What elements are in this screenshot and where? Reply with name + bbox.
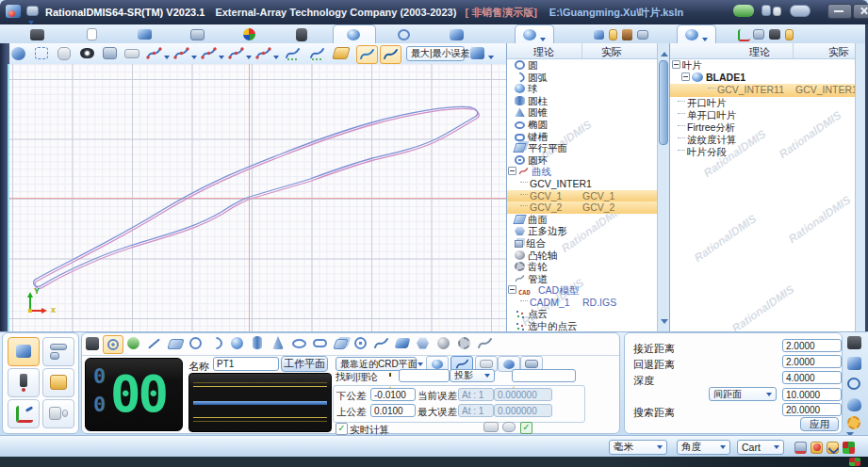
quick-menu-icon[interactable]: [26, 6, 39, 16]
tree-item-torus[interactable]: 圆环: [507, 154, 657, 167]
remote-control-icon[interactable]: [790, 5, 811, 17]
fit-view-icon[interactable]: [11, 47, 25, 60]
edit-feature-icon[interactable]: [483, 422, 499, 432]
tree-item-arc[interactable]: 圆弧: [507, 72, 657, 84]
curve-section-arrow-icon[interactable]: [273, 56, 279, 62]
pan-hand-icon[interactable]: [57, 47, 71, 60]
found-input[interactable]: [399, 369, 450, 382]
tree-item-sphere[interactable]: 球: [507, 83, 657, 95]
tab-axes-icon[interactable]: [738, 29, 750, 41]
tab-tolerance-icon[interactable]: [622, 29, 632, 40]
pipe-tool-icon[interactable]: [477, 336, 493, 351]
depth-input[interactable]: [782, 371, 842, 384]
camshaft-tool-icon[interactable]: [437, 337, 450, 349]
settings-gear-icon[interactable]: [847, 416, 860, 429]
tree-item-gcv-2[interactable]: GCV_2GCV_2: [507, 201, 657, 214]
monitor-right-icon[interactable]: [773, 7, 781, 16]
slot-tool-icon[interactable]: [313, 339, 327, 347]
tab-solids-icon[interactable]: [594, 30, 604, 40]
gear-tool-icon[interactable]: [458, 337, 470, 349]
lower-tol-input[interactable]: [370, 388, 416, 401]
deviation-settings-arrow-icon[interactable]: [488, 56, 494, 62]
select-window-icon[interactable]: [103, 47, 117, 59]
tree-item-selected-pointcloud[interactable]: 选中的点云: [507, 320, 657, 331]
probe-small-icon[interactable]: [847, 398, 861, 411]
tab-table-icon[interactable]: [138, 29, 152, 40]
deviation-settings-icon[interactable]: [470, 47, 484, 59]
tab-caliper-icon[interactable]: [785, 29, 794, 40]
tab-camera-icon[interactable]: [769, 29, 780, 40]
caliper-mode-button[interactable]: [42, 337, 74, 366]
ellipse-tool-icon[interactable]: [292, 339, 306, 348]
controller-status-icon[interactable]: [733, 5, 754, 17]
scroll-down-icon[interactable]: [661, 319, 668, 328]
tab-file-icon[interactable]: [30, 29, 44, 40]
curve-create-arrow-icon[interactable]: [191, 56, 197, 62]
curve-project-arrow-icon[interactable]: [246, 56, 252, 62]
gdt-mode-button[interactable]: [42, 368, 74, 397]
tab-gauge-icon[interactable]: [398, 29, 410, 40]
probe-cube-tool-icon[interactable]: [847, 357, 861, 370]
close-button[interactable]: [853, 4, 868, 19]
units-select[interactable]: 毫米: [609, 440, 667, 455]
tree-item-pipe[interactable]: 管道: [507, 273, 657, 285]
minimize-button[interactable]: [827, 4, 852, 19]
collapse-icon[interactable]: [508, 167, 516, 175]
profile-knife-active[interactable]: [380, 45, 401, 64]
confirm-icon[interactable]: ✓: [520, 422, 532, 434]
scroll-up-icon[interactable]: [661, 48, 668, 56]
tree-item-camshaft[interactable]: 凸轮轴: [507, 250, 657, 262]
curve-points-icon[interactable]: [146, 46, 162, 61]
tree-item-blade-group[interactable]: 叶片: [670, 59, 855, 72]
tree-item-single-open-blade[interactable]: 单开口叶片: [670, 109, 855, 121]
tree-item-gcv-inter11[interactable]: GCV_INTER11GCV_INTER11: [670, 84, 855, 96]
cylinder-tool-icon[interactable]: [253, 336, 262, 349]
upper-tol-input[interactable]: [370, 404, 416, 417]
tree-item-cylinder[interactable]: 圆柱: [507, 95, 657, 107]
tab-probe-active[interactable]: [333, 24, 376, 44]
tree-item-parallel-planes[interactable]: 平行平面: [507, 142, 657, 154]
error-mode-select[interactable]: 最大|最小误差: [406, 46, 465, 61]
spacing-input[interactable]: [782, 388, 842, 401]
spacing-select[interactable]: 间距面: [709, 387, 777, 401]
curve-section-icon[interactable]: [255, 46, 271, 61]
coordinate-mode-button[interactable]: [8, 399, 40, 428]
tree-item-gcv-1[interactable]: GCV_1GCV_1: [507, 190, 657, 202]
curve-create-icon[interactable]: [173, 46, 189, 61]
surface-patch-icon[interactable]: [332, 47, 350, 59]
tab-features-active[interactable]: [515, 24, 554, 44]
tree-item-surface[interactable]: 曲面: [507, 214, 657, 226]
tree-item-gear[interactable]: 齿轮: [507, 261, 657, 273]
retract-input[interactable]: [782, 355, 842, 368]
tree-item-blade1[interactable]: BLADE1: [670, 72, 855, 84]
apply-button[interactable]: 应用: [800, 417, 839, 431]
tree-item-polygon[interactable]: 正多边形: [507, 225, 657, 237]
tree-item-cone[interactable]: 圆锥: [507, 106, 657, 119]
realtime-checkbox[interactable]: ✓: [336, 423, 348, 435]
manual-probe-button[interactable]: [8, 368, 40, 397]
tab-appearance-icon[interactable]: [243, 28, 255, 40]
view-orientation-icon[interactable]: [80, 48, 94, 58]
collapse-icon[interactable]: [508, 285, 516, 294]
curve-offset-arrow-icon[interactable]: [219, 56, 224, 62]
tree-item-gcv-inter1[interactable]: GCV_INTER1: [507, 178, 657, 190]
tab-monitor-icon[interactable]: [450, 29, 464, 40]
machine-status-icon[interactable]: [843, 442, 855, 454]
tab-blade-active[interactable]: [677, 24, 716, 44]
tab-grid-icon[interactable]: [753, 29, 764, 40]
collapse-icon[interactable]: [681, 72, 690, 81]
blade-tree-scrollbar[interactable]: [855, 43, 865, 331]
zoom-window-icon[interactable]: [35, 47, 48, 59]
features-tree-scrollbar[interactable]: [657, 43, 669, 331]
angle-select[interactable]: 角度: [677, 440, 730, 455]
profile-pen-active[interactable]: [356, 45, 378, 64]
curve-points-arrow-icon[interactable]: [164, 56, 170, 62]
tab-datums-icon[interactable]: [609, 29, 617, 40]
tree-item-blade-segmentation[interactable]: 叶片分段: [670, 146, 855, 158]
tree-item-pointcloud[interactable]: 点云: [507, 308, 657, 320]
projection-input[interactable]: [512, 369, 576, 382]
coords-select[interactable]: Cart: [737, 440, 784, 455]
graphics-viewport[interactable]: Y x: [9, 64, 506, 331]
zoom-probe-icon[interactable]: [847, 378, 860, 390]
monitor-left-icon[interactable]: [762, 5, 771, 16]
